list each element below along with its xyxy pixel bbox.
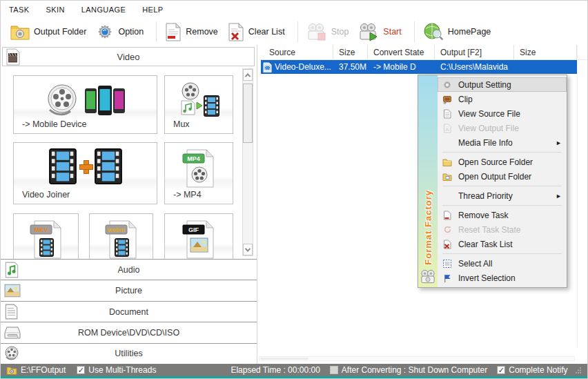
mkv-file-icon: MKV [14,220,78,259]
card-mobile-device[interactable]: -> Mobile Device [13,75,157,134]
menu-task[interactable]: TASK [9,3,37,17]
multi-threads-checkbox[interactable]: ✓ [77,366,85,374]
menu-item-thread-priority[interactable]: Thread Priority ► [438,188,567,203]
stop-camera-icon [306,23,327,41]
output-folder-small-icon[interactable] [6,366,17,375]
category-picture[interactable]: Picture [1,280,257,301]
toolbar: Output Folder Option Remove Clear List [1,19,587,45]
category-utilities-label: Utilities [115,349,142,358]
column-header-convert-state[interactable]: Convert State [368,45,435,59]
card-video-joiner[interactable]: Video Joiner [13,142,157,204]
menu-item-clear-task-list[interactable]: Clear Task List [438,237,567,251]
output-path-text[interactable]: E:\FFOutput [21,365,66,375]
category-document[interactable]: Document [1,302,257,322]
task-row-selected[interactable]: Video-Deluxe... 37.50M -> Mobile D C:\Us… [261,60,577,74]
card-mux[interactable]: Mux [164,75,233,134]
clear-list-button[interactable]: Clear List [225,21,292,43]
menu-item-select-all[interactable]: Select All [438,256,567,271]
menu-item-reset-task-state[interactable]: Reset Task State [438,222,567,237]
toolbar-separator [156,21,157,42]
svg-text:MP4: MP4 [187,155,200,162]
task-context-menu: Format Factory Output Setting Clip View … [418,75,567,288]
brand-text: Format Factory [423,190,433,265]
scroll-up-button[interactable] [243,69,253,81]
menu-language[interactable]: LANGUAGE [81,3,133,17]
homepage-button[interactable]: HomePage [420,21,498,43]
column-header-output[interactable]: Output [F2] [435,45,514,59]
card-gif[interactable]: GIF [164,213,233,259]
submenu-arrow-icon: ► [556,139,562,146]
category-utilities[interactable]: Utilities [1,344,257,364]
output-folder-button[interactable]: Output Folder [8,22,93,41]
gif-file-icon: GIF [165,220,233,259]
option-button[interactable]: Option [93,21,150,42]
menu-separator [442,253,562,254]
svg-text:MKV: MKV [34,226,48,233]
start-button[interactable]: Start [355,21,408,43]
format-card-area: -> Mobile Device Mux Video Joi [1,67,257,259]
audio-icon [4,262,19,278]
category-rom-device-label: ROM Device\DVD\CD\ISO [78,328,179,338]
bottom-accent-strip [1,376,587,378]
menu-help[interactable]: HELP [142,3,170,17]
video-section-label: Video [117,52,139,62]
column-header-output-size[interactable]: Size [514,45,577,59]
menu-item-remove-task[interactable]: Remove Task [438,208,567,222]
remove-document-icon [442,211,453,220]
remove-button[interactable]: Remove [162,21,225,43]
table-grid-line [577,45,578,347]
menu-item-open-output-folder[interactable]: Open Output Folder [438,169,567,184]
video-file-icon [263,62,272,72]
column-header-filler [577,45,587,59]
menu-item-output-setting[interactable]: Output Setting [438,77,567,92]
invert-selection-flag-icon [442,273,453,283]
category-audio-label: Audio [118,265,140,275]
document-icon [4,304,18,320]
card-video-joiner-label: Video Joiner [22,190,70,200]
stop-button[interactable]: Stop [304,21,356,43]
film-reel-phones-icon [14,81,157,119]
card-mp4-label: -> MP4 [173,190,202,200]
clear-list-label: Clear List [248,27,285,37]
menu-item-invert-selection[interactable]: Invert Selection [438,271,567,285]
start-camera-icon [358,23,379,41]
scroll-down-button[interactable] [243,244,253,255]
category-rom-device[interactable]: ROM Device\DVD\CD\ISO [1,322,257,343]
remove-document-icon [165,23,182,41]
start-label: Start [383,27,401,37]
category-list: Audio Picture Document [1,259,257,364]
card-mp4[interactable]: MP4 -> MP4 [164,142,233,204]
column-header-source[interactable]: Source [261,45,333,59]
resize-grip[interactable] [575,367,582,373]
toolbar-separator [297,21,298,42]
category-document-label: Document [109,307,148,317]
complete-notify-checkbox[interactable]: ✓ [497,366,505,374]
menu-item-clip[interactable]: Clip [438,92,567,106]
clip-icon [442,95,453,104]
card-mkv[interactable]: MKV [13,213,79,259]
menu-item-media-file-info[interactable]: Media File Info ► [438,135,567,150]
menu-item-open-source-folder[interactable]: Open Source Folder [438,155,567,169]
task-convert-state-cell: -> Mobile D [368,62,435,72]
hscrollbar-thumb[interactable] [260,358,308,360]
category-audio[interactable]: Audio [1,260,257,280]
folder-output-icon [442,173,453,181]
left-panel-scrollbar[interactable] [242,68,253,256]
card-webm[interactable]: webm [89,213,153,259]
video-section-header[interactable]: Video [2,47,255,66]
complete-notify-label[interactable]: Complete Notify [509,365,567,375]
scrollbar-thumb[interactable] [243,84,253,143]
clapperboard-icon [5,48,21,68]
menu-item-view-output-file[interactable]: View Output File [438,121,567,135]
task-list-hscrollbar[interactable] [259,356,575,361]
column-header-size[interactable]: Size [333,45,368,59]
context-menu-items: Output Setting Clip View Source File Vie… [438,75,567,287]
multi-threads-label[interactable]: Use Multi-Threads [88,365,156,375]
shutdown-checkbox[interactable] [330,366,338,374]
shutdown-label[interactable]: After Converting : Shut Down Computer [342,365,487,375]
submenu-arrow-icon: ► [556,193,562,200]
folder-icon [442,158,453,166]
menu-skin[interactable]: SKIN [46,3,72,17]
menu-item-view-source-file[interactable]: View Source File [438,106,567,121]
svg-text:GIF: GIF [188,226,199,233]
